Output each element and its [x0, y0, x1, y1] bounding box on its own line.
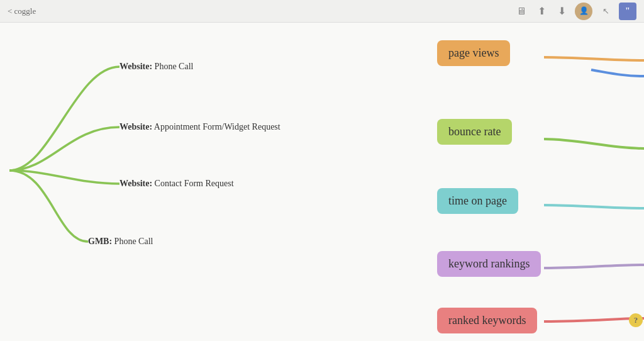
node-keyword-rankings[interactable]: keyword rankings [437, 251, 541, 277]
upload-icon[interactable]: ⬆ [535, 4, 548, 18]
back-link[interactable]: < coggle [8, 6, 36, 16]
node-ranked-keywords[interactable]: ranked keywords [437, 308, 537, 333]
header-left: < coggle [8, 6, 36, 16]
node-page-views[interactable]: page views [437, 40, 510, 66]
help-badge[interactable]: ? [629, 313, 643, 327]
header: < coggle 🖥 ⬆ ⬇ 👤 ↖ " [0, 0, 644, 23]
connection-lines [0, 23, 644, 341]
cursor-icon[interactable]: ↖ [599, 4, 613, 18]
monitor-icon[interactable]: 🖥 [514, 4, 528, 18]
avatar[interactable]: 👤 [575, 3, 592, 20]
node-website-appointment[interactable]: Website: Appointment Form/Widget Request [119, 122, 280, 132]
quote-button[interactable]: " [619, 3, 636, 20]
download-icon[interactable]: ⬇ [555, 4, 569, 18]
mind-map-canvas: Website: Phone Call Website: Appointment… [0, 23, 644, 341]
node-website-contact[interactable]: Website: Contact Form Request [119, 179, 234, 189]
node-gmb-phone-call[interactable]: GMB: Phone Call [88, 237, 153, 247]
header-right: 🖥 ⬆ ⬇ 👤 ↖ " [514, 3, 636, 20]
node-website-phone-call[interactable]: Website: Phone Call [119, 62, 193, 72]
node-bounce-rate[interactable]: bounce rate [437, 119, 512, 145]
node-time-on-page[interactable]: time on page [437, 188, 518, 214]
